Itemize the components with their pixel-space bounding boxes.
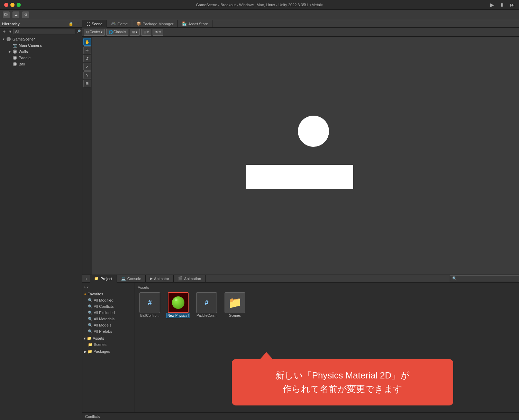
project-item-all-materials[interactable]: 🔍 All Materials: [82, 316, 135, 322]
conflicts-label: Conflicts: [85, 414, 100, 419]
close-button[interactable]: [4, 3, 8, 7]
cloud-icon[interactable]: ☁: [12, 11, 19, 18]
asset-item-scenes[interactable]: 📁 Scenes: [223, 292, 247, 318]
bottom-content: + ▾ ★ Favorites 🔍 All Modified: [82, 283, 519, 412]
physics-material-icon: [168, 292, 189, 313]
settings-icon[interactable]: ⚙: [22, 11, 29, 18]
tree-item-ball[interactable]: U Ball: [0, 61, 82, 67]
rotate-tool[interactable]: ↺: [83, 55, 91, 62]
tab-scene[interactable]: ⛶ Scene: [82, 20, 107, 28]
tree-item-maincamera[interactable]: 📷 Main Camera: [0, 42, 82, 48]
project-item-all-prefabs[interactable]: 🔍 All Prefabs: [82, 328, 135, 334]
tool-sidebar: ✋ ✛ ↺ ⤢ ⤡ ⊞: [82, 37, 92, 275]
lock-icon[interactable]: 🔒: [69, 21, 73, 26]
project-item-all-conflicts[interactable]: 🔍 All Conflicts: [82, 303, 135, 310]
add-hierarchy-button[interactable]: +: [1, 29, 7, 34]
global-button[interactable]: 🌐 Global ▾: [106, 29, 128, 36]
account-button[interactable]: KK: [3, 11, 10, 18]
window-title: GameScene - Breakout - Windows, Mac, Lin…: [196, 3, 323, 7]
project-item-all-excluded[interactable]: 🔍 All Excluded: [82, 310, 135, 316]
favorites-label: Favorites: [88, 292, 103, 296]
assets-search: 🔍: [450, 275, 519, 282]
playbar: ▶ ⏸ ⏭: [490, 2, 515, 8]
minimize-button[interactable]: [10, 3, 15, 7]
project-item-all-modified[interactable]: 🔍 All Modified: [82, 297, 135, 303]
search-icon-3: 🔍: [88, 311, 93, 315]
gamescene-more-icon[interactable]: ⋮: [78, 37, 82, 42]
pause-button[interactable]: ⏸: [500, 2, 504, 8]
hierarchy-search-input[interactable]: [13, 29, 75, 34]
tree-item-walls[interactable]: ▶ U Walls: [0, 48, 82, 55]
tree-item-gamescene[interactable]: ▾ U GameScene* ⋮: [0, 36, 82, 42]
annotation-line2: 作られて名前が変更できます: [283, 382, 402, 396]
search-icon-4: 🔍: [88, 317, 93, 321]
scene-view[interactable]: [92, 37, 519, 275]
more-icon[interactable]: ⋮: [76, 21, 80, 26]
walls-arrow-icon: ▶: [8, 50, 12, 54]
animator-tab-label: Animator: [154, 277, 169, 281]
tab-project[interactable]: 📁 Project: [90, 275, 117, 283]
project-section-add: + ▾: [82, 284, 135, 290]
main-layout: Hierarchy 🔒 ⋮ + ▼ 🔎 ▾ U GameScene* ⋮: [0, 20, 519, 420]
move-tool[interactable]: ✛: [83, 46, 91, 54]
top-toolbar: KK ☁ ⚙: [0, 10, 519, 20]
tree-item-paddle[interactable]: U Paddle: [0, 55, 82, 61]
hierarchy-header-icons: 🔒 ⋮: [69, 21, 80, 26]
animation-tab-label: Animation: [184, 277, 201, 281]
search-icon-6: 🔍: [88, 329, 93, 334]
physics-material-name-input[interactable]: [166, 313, 190, 318]
project-section-favorites: ★ Favorites 🔍 All Modified 🔍 All Conflic…: [82, 291, 135, 334]
tree-label-gamescene: GameScene*: [12, 37, 35, 41]
tab-console[interactable]: 💻 Console: [117, 275, 146, 283]
view-options-button[interactable]: ⊞ ▾: [141, 29, 151, 36]
asset-item-newphysics[interactable]: [166, 292, 190, 318]
packages-header[interactable]: ▶ 📁 Packages: [82, 348, 135, 355]
grid-button[interactable]: ⊞ ▾: [130, 29, 140, 36]
ball-icon: U: [12, 62, 17, 66]
center-area: ⛶ Scene 🎮 Game 📦 Package Manager 🏪 Asset…: [82, 20, 519, 420]
hand-tool[interactable]: ✋: [83, 38, 91, 46]
scale-tool[interactable]: ⤢: [83, 63, 91, 71]
annotation-bubble: 新しい「Physics Material 2D」が 作られて名前が変更できます: [232, 359, 453, 405]
center-button[interactable]: ⊡ Center ▾: [84, 29, 105, 36]
folder-scenes-icon: 📁: [88, 342, 93, 347]
transform-tool[interactable]: ⊞: [83, 80, 91, 87]
project-item-all-models[interactable]: 🔍 All Models: [82, 322, 135, 328]
tree-label-maincamera: Main Camera: [19, 43, 42, 47]
dropdown-arrow-icon[interactable]: ▼: [8, 29, 12, 34]
favorites-header[interactable]: ★ Favorites: [82, 291, 135, 297]
paddlecon-icon: #: [196, 292, 217, 313]
tab-package-manager[interactable]: 📦 Package Manager: [132, 20, 178, 28]
add-tab-button[interactable]: +: [82, 277, 90, 281]
assets-header[interactable]: ▾ 📁 Assets: [82, 335, 135, 341]
traffic-lights: [4, 3, 21, 7]
scene-tab-label: Scene: [92, 22, 102, 26]
filter-icon[interactable]: 🔎: [76, 29, 81, 33]
tab-asset-store[interactable]: 🏪 Asset Store: [178, 20, 212, 28]
folder-icon: 📁: [87, 336, 92, 341]
asset-store-icon: 🏪: [182, 21, 187, 26]
console-tab-label: Console: [127, 277, 141, 281]
search-icon-2: 🔍: [88, 304, 93, 309]
asset-item-paddlecon[interactable]: # PaddleCon...: [194, 292, 219, 318]
visibility-button[interactable]: 👁 ▾: [153, 29, 163, 36]
step-button[interactable]: ⏭: [510, 2, 515, 8]
search-magnifier-icon: 🔍: [452, 276, 457, 281]
rect-tool[interactable]: ⤡: [83, 71, 91, 79]
tab-animation[interactable]: 🎬 Animation: [174, 275, 206, 283]
asset-item-ballcontrol[interactable]: # BallContro...: [138, 292, 162, 318]
assets-area-label: Assets: [138, 285, 516, 289]
play-button[interactable]: ▶: [490, 2, 494, 8]
hierarchy-toolbar: + ▼ 🔎: [0, 28, 82, 35]
assets-sidebar-label: Assets: [93, 336, 104, 340]
tree-label-walls: Walls: [19, 50, 28, 54]
scene-toolbar: ⊡ Center ▾ 🌐 Global ▾ ⊞ ▾ ⊞ ▾ 👁 ▾: [82, 28, 519, 37]
title-bar: GameScene - Breakout - Windows, Mac, Lin…: [0, 0, 519, 10]
tab-game[interactable]: 🎮 Game: [107, 20, 132, 28]
maximize-button[interactable]: [17, 3, 21, 7]
tab-animator[interactable]: ▶ Animator: [146, 275, 174, 283]
packages-label: Packages: [93, 349, 110, 354]
project-item-scenes[interactable]: 📁 Scenes: [82, 341, 135, 348]
add-project-button[interactable]: + ▾: [82, 284, 135, 290]
scenes-name: Scenes: [229, 314, 240, 318]
